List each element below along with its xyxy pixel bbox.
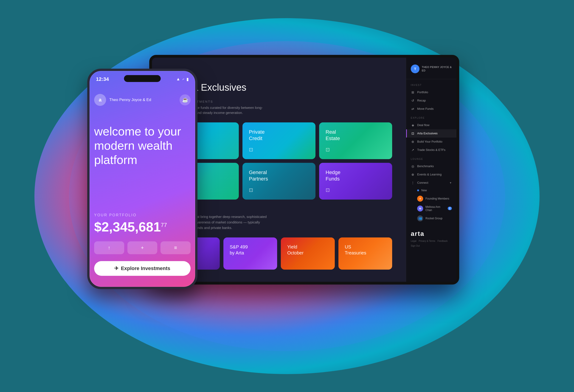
- phone-portfolio-value: $2,345,68177: [94, 219, 191, 234]
- card-icon: ⊡: [249, 187, 309, 193]
- phone-device: 12:34 ▲ ⌿ ▮ a Theo Penny Joyce & Ed ☕ we…: [87, 69, 197, 289]
- explore-label: Explore Investments: [121, 266, 170, 271]
- sidebar-user-name: THEO PENNY JOYCE & ED: [422, 65, 452, 72]
- sidebar-item-move-funds[interactable]: ⇄ Move Funds: [406, 105, 456, 113]
- footer-legal[interactable]: Legal: [411, 240, 416, 242]
- card-title: PrivateCredit: [249, 129, 309, 142]
- private-investments-grid: PrivateEquity ⊡ PrivateCredit ⊡ RealEsta…: [166, 123, 392, 200]
- card-icon: ⊡: [326, 147, 386, 153]
- trade-stocks-icon: ↗: [411, 148, 415, 152]
- founding-members-avatar: #: [417, 196, 423, 202]
- sidebar-item-benchmarks[interactable]: ◎ Benchmarks: [406, 162, 456, 170]
- private-investments-section: PRIVATE INVESTMENTS Access top tier priv…: [166, 100, 392, 200]
- sidebar-item-events-learning[interactable]: ⊕ Events & Learning: [406, 170, 456, 179]
- sidebar-item-label: Trade Stocks & ETFs: [417, 148, 452, 152]
- arta-exclusives-icon: ⊡: [411, 132, 415, 135]
- sidebar-avatar: T: [411, 64, 419, 73]
- melissa-avatar: M: [417, 206, 423, 211]
- explore-icon: ✈: [114, 266, 119, 271]
- sidebar-item-arta-exclusives[interactable]: ⊡ Arta Exclusives: [406, 129, 456, 138]
- battery-icon: ▮: [186, 77, 189, 82]
- devices-container: ← ⊡ Arta Exclusives PRIVATE INVESTMENTS …: [69, 41, 505, 351]
- card-hedge-funds[interactable]: HedgeFunds ⊡: [319, 163, 392, 200]
- phone-header: a Theo Penny Joyce & Ed ☕: [94, 94, 191, 106]
- sidebar-item-label: Move Funds: [417, 107, 452, 110]
- phone-status-icons: ▲ ⌿ ▮: [176, 77, 189, 82]
- sidebar-item-trade-stocks[interactable]: ↗ Trade Stocks & ETFs: [406, 146, 456, 154]
- phone-portfolio-label: YOUR PORTFOLIO: [94, 213, 191, 217]
- wifi-icon: ⌿: [182, 77, 184, 82]
- sidebar-item-label: Build Your Portfolio: [417, 140, 452, 143]
- sidebar-item-portfolio[interactable]: ⊞ Portfolio: [406, 88, 456, 96]
- connect-item-rocket-group[interactable]: 👥 Rocket Group: [406, 214, 456, 223]
- sidebar-item-label: Deal flow: [417, 123, 452, 127]
- sidebar-item-label: Arta Exclusives: [417, 132, 452, 135]
- arta-builds-section: ARTA BUILDS Access strategies that bring…: [166, 209, 392, 269]
- phone-action-buttons: ↑ + ≡: [94, 241, 191, 254]
- deal-flow-icon: ◈: [411, 123, 415, 127]
- phone-notch: [124, 75, 161, 82]
- phone-avatar: a: [94, 94, 106, 106]
- footer-feedback[interactable]: Feedback: [438, 240, 448, 242]
- recap-icon: ↺: [411, 99, 415, 103]
- private-investments-label: PRIVATE INVESTMENTS: [166, 100, 392, 103]
- portfolio-superscript: 77: [161, 222, 167, 228]
- sidebar-lounge-label: LOUNGE: [406, 158, 456, 160]
- connect-melissa-label: Melissa Ann Chan: [426, 205, 445, 212]
- connect-item-melissa[interactable]: M Melissa Ann Chan 2: [406, 204, 456, 214]
- phone-menu-button[interactable]: ≡: [161, 241, 191, 254]
- sidebar-item-recap[interactable]: ↺ Recap: [406, 96, 456, 105]
- phone-explore-button[interactable]: ✈ Explore Investments: [94, 261, 191, 276]
- connect-icon: ⋮: [411, 181, 415, 185]
- card-icon: ⊡: [249, 147, 309, 153]
- card-sp499[interactable]: S&P 499by Arta: [224, 237, 277, 269]
- card-us-treasuries[interactable]: USTreasuries: [338, 237, 392, 269]
- phone-add-button[interactable]: +: [127, 241, 158, 254]
- connect-item-new[interactable]: New: [406, 187, 456, 194]
- sidebar-item-label: Benchmarks: [417, 165, 452, 168]
- phone-deposit-button[interactable]: ↑: [94, 241, 124, 254]
- sidebar-item-connect[interactable]: ⋮ Connect ▼: [406, 179, 456, 187]
- connect-item-founding-members[interactable]: # Founding Members: [406, 194, 456, 204]
- new-indicator-dot: [417, 189, 419, 191]
- card-title: HedgeFunds: [326, 169, 386, 182]
- footer-privacy[interactable]: Privacy & Terms: [419, 240, 435, 242]
- phone-content: a Theo Penny Joyce & Ed ☕ welcome to you…: [90, 87, 195, 287]
- events-icon: ⊕: [411, 173, 415, 176]
- card-title: GeneralPartners: [249, 169, 309, 182]
- phone-welcome-text: welcome to your modern wealth platform: [94, 124, 191, 167]
- move-funds-icon: ⇄: [411, 107, 415, 111]
- arta-builds-label: ARTA BUILDS: [166, 209, 392, 212]
- sidebar-item-label: Events & Learning: [417, 173, 452, 176]
- card-title: S&P 499by Arta: [230, 244, 271, 256]
- sidebar-explore-label: EXPLORE: [406, 117, 456, 119]
- page-title-area: ⊡ Arta Exclusives: [166, 82, 392, 93]
- phone-time: 12:34: [96, 76, 109, 82]
- card-general-partners[interactable]: GeneralPartners ⊡: [243, 163, 315, 200]
- rocket-group-avatar: 👥: [417, 215, 423, 221]
- card-private-credit[interactable]: PrivateCredit ⊡: [243, 123, 315, 159]
- benchmarks-icon: ◎: [411, 165, 415, 168]
- connect-founding-label: Founding Members: [426, 197, 449, 200]
- arta-logo: arta: [406, 226, 456, 240]
- card-real-estate[interactable]: RealEstate ⊡: [319, 123, 392, 159]
- chevron-down-icon: ▼: [449, 181, 452, 184]
- card-title: RealEstate: [326, 129, 386, 142]
- sidebar-item-label: Connect: [417, 181, 447, 185]
- builds-grid: QuantStrategies S&P 499by Arta YieldOcto…: [166, 237, 392, 269]
- sidebar-item-build-portfolio[interactable]: ⊛ Build Your Portfolio: [406, 138, 456, 146]
- phone-user-name: Theo Penny Joyce & Ed: [109, 98, 180, 102]
- phone-coffee-button[interactable]: ☕: [180, 94, 191, 105]
- card-icon: ⊡: [326, 187, 386, 193]
- sidebar-item-label: Recap: [417, 99, 452, 102]
- footer-signout[interactable]: Sign Out: [411, 245, 420, 247]
- connect-new-label: New: [421, 189, 427, 192]
- portfolio-icon: ⊞: [411, 90, 415, 94]
- card-yield-october[interactable]: YieldOctober: [281, 237, 335, 269]
- card-title: USTreasuries: [345, 244, 386, 256]
- sidebar-item-deal-flow[interactable]: ◈ Deal flow: [406, 121, 456, 129]
- signal-icon: ▲: [176, 77, 180, 82]
- sidebar-invest-label: INVEST: [406, 84, 456, 86]
- back-button[interactable]: ←: [166, 69, 392, 75]
- sidebar-footer: Legal Privacy & Terms Feedback Sign Out: [406, 240, 456, 247]
